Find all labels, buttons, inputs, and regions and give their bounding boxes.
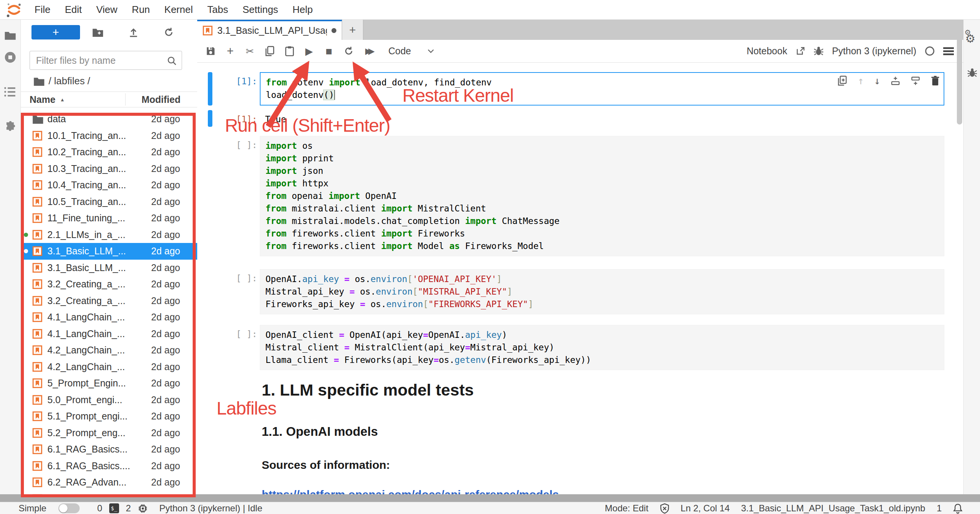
refresh-icon[interactable] <box>151 27 186 38</box>
bell-icon[interactable] <box>953 503 963 514</box>
insert-cell-icon[interactable]: + <box>224 46 236 57</box>
file-row[interactable]: 10.1_Tracing_an...2d ago <box>21 128 197 144</box>
restart-run-all-icon[interactable]: ▶▶ <box>363 46 374 57</box>
code-cell[interactable]: [1]:from dotenv import load_dotenv, find… <box>197 72 963 105</box>
menu-item-settings[interactable]: Settings <box>235 4 285 16</box>
file-name: 4.2_LangChain_... <box>48 361 125 372</box>
hamburger-menu-icon[interactable] <box>943 47 954 56</box>
paste-cells-icon[interactable] <box>284 46 295 57</box>
code-editor[interactable]: OpenAI.api_key = os.environ['OPENAI_API_… <box>260 269 944 314</box>
file-row[interactable]: 10.4_Tracing_an...2d ago <box>21 177 197 193</box>
terminal-icon[interactable]: $_ <box>109 503 119 513</box>
kernel-chip-icon[interactable] <box>138 503 148 514</box>
cell-collapser[interactable] <box>208 72 212 105</box>
file-row[interactable]: 5.1_Prompt_engi...2d ago <box>21 408 197 425</box>
new-tab-button[interactable]: + <box>342 20 363 40</box>
code-editor[interactable]: from dotenv import load_dotenv, find_dot… <box>260 72 944 105</box>
terminal-count[interactable]: 0 <box>97 503 102 514</box>
debugger-panel-icon[interactable] <box>967 67 977 78</box>
delete-cell-icon[interactable] <box>931 75 940 86</box>
code-cell[interactable]: [ ]:import osimport pprintimport jsonimp… <box>197 136 963 256</box>
file-row[interactable]: data2d ago <box>21 111 197 128</box>
status-right: Mode: Edit Ln 2, Col 14 3.1_Basic_LLM_AP… <box>605 502 963 514</box>
file-row[interactable]: 5.2_Prompt_eng...2d ago <box>21 425 197 442</box>
cell-collapser[interactable] <box>208 325 212 370</box>
cell-collapser[interactable] <box>208 136 212 256</box>
upload-icon[interactable] <box>116 27 151 38</box>
file-row[interactable]: 2.1_LLMs_in_a_...2d ago <box>21 227 197 243</box>
sort-ascending-icon[interactable]: ▲ <box>60 97 65 102</box>
running-dot-icon <box>24 233 28 237</box>
kernel-count[interactable]: 2 <box>126 503 131 514</box>
notebook-scrollbar[interactable] <box>957 22 962 447</box>
mode-indicator[interactable]: Mode: Edit <box>605 503 649 514</box>
file-row[interactable]: 3.2_Creating_a_...2d ago <box>21 293 197 310</box>
move-up-icon[interactable]: ↑ <box>858 75 864 86</box>
insert-below-icon[interactable] <box>911 76 920 86</box>
menu-item-kernel[interactable]: Kernel <box>157 4 200 16</box>
property-inspector-icon[interactable]: ⚙⚙ <box>965 32 975 45</box>
debugger-icon[interactable] <box>813 46 824 56</box>
copy-cells-icon[interactable] <box>264 46 275 56</box>
duplicate-cell-icon[interactable] <box>837 75 847 86</box>
filter-files-input[interactable] <box>30 51 182 69</box>
menu-item-edit[interactable]: Edit <box>58 4 89 16</box>
file-row[interactable]: 4.2_LangChain_...2d ago <box>21 342 197 359</box>
markdown-link[interactable]: https://platform.openai.com/docs/api-ref… <box>262 488 963 494</box>
menu-item-tabs[interactable]: Tabs <box>200 4 235 16</box>
file-row[interactable]: 4.1_LangChain_...2d ago <box>21 309 197 326</box>
running-kernels-icon[interactable] <box>4 51 17 64</box>
file-row[interactable]: 3.1_Basic_LLM_...2d ago <box>21 260 197 276</box>
table-of-contents-icon[interactable] <box>4 86 16 97</box>
menu-item-help[interactable]: Help <box>285 4 320 16</box>
code-cell[interactable]: [ ]:OpenAI_client = OpenAI(api_key=OpenA… <box>197 325 963 370</box>
cursor-position[interactable]: Ln 2, Col 14 <box>681 503 730 514</box>
new-folder-icon[interactable] <box>80 28 116 37</box>
cell-type-dropdown[interactable]: Code <box>388 46 434 57</box>
file-row[interactable]: 7_Langchain_A...2d ago <box>21 491 197 495</box>
cell-collapser[interactable] <box>208 269 212 314</box>
file-row[interactable]: 11_Fine_tuning_...2d ago <box>21 210 197 227</box>
restart-kernel-icon[interactable] <box>343 46 354 56</box>
move-down-icon[interactable]: ↓ <box>874 75 880 86</box>
code-editor[interactable]: OpenAI_client = OpenAI(api_key=OpenAI.ap… <box>260 325 944 370</box>
file-row[interactable]: 6.2_RAG_Advan...2d ago <box>21 474 197 491</box>
column-modified[interactable]: Modified <box>142 94 181 105</box>
scrollbar-thumb[interactable] <box>957 22 962 125</box>
file-row[interactable]: 6.1_RAG_Basics....2d ago <box>21 458 197 474</box>
breadcrumb[interactable]: / labfiles / <box>33 75 197 87</box>
menu-item-run[interactable]: Run <box>125 4 158 16</box>
extensions-icon[interactable] <box>4 121 17 134</box>
file-row[interactable]: 5.0_Promt_engi...2d ago <box>21 392 197 409</box>
new-launcher-button[interactable]: + <box>32 25 80 40</box>
external-link-icon[interactable] <box>796 46 805 56</box>
run-cell-icon[interactable]: ▶ <box>304 46 315 57</box>
file-row[interactable]: 4.2_LangChain_...2d ago <box>21 359 197 375</box>
tab-notebook[interactable]: 3.1_Basic_LLM_API_Usage <box>197 20 342 40</box>
code-cell[interactable]: [ ]:OpenAI.api_key = os.environ['OPENAI_… <box>197 269 963 314</box>
output-collapser[interactable] <box>208 110 212 127</box>
status-filename[interactable]: 3.1_Basic_LLM_API_Usage_Task1_old.ipynb <box>741 503 925 514</box>
column-name[interactable]: Name <box>21 94 56 105</box>
file-row[interactable]: 10.5_Tracing_an...2d ago <box>21 193 197 210</box>
cut-cells-icon[interactable]: ✂ <box>244 46 256 57</box>
file-row[interactable]: 4.1_LangChain_...2d ago <box>21 326 197 342</box>
file-browser-icon[interactable] <box>4 30 16 40</box>
file-row[interactable]: 3.2_Creating_a_...2d ago <box>21 276 197 293</box>
trust-shield-icon[interactable] <box>660 503 670 514</box>
file-row[interactable]: 6.1_RAG_Basics...2d ago <box>21 441 197 458</box>
code-token: from <box>266 203 286 213</box>
kernel-name-label[interactable]: Python 3 (ipykernel) <box>832 46 916 57</box>
menu-item-view[interactable]: View <box>89 4 125 16</box>
file-row[interactable]: 5_Prompt_Engin...2d ago <box>21 375 197 392</box>
simple-mode-toggle[interactable] <box>59 503 80 513</box>
menu-item-file[interactable]: File <box>27 4 58 16</box>
interrupt-kernel-icon[interactable]: ■ <box>323 46 334 57</box>
file-row[interactable]: 10.3_Tracing_an...2d ago <box>21 161 197 177</box>
save-icon[interactable] <box>205 46 216 56</box>
insert-above-icon[interactable] <box>891 76 900 86</box>
file-row[interactable]: 3.1_Basic_LLM_...2d ago <box>21 243 197 260</box>
file-row[interactable]: 10.2_Tracing_an...2d ago <box>21 144 197 161</box>
kernel-status-text[interactable]: Python 3 (ipykernel) | Idle <box>159 503 262 514</box>
code-editor[interactable]: import osimport pprintimport jsonimport … <box>260 136 944 256</box>
